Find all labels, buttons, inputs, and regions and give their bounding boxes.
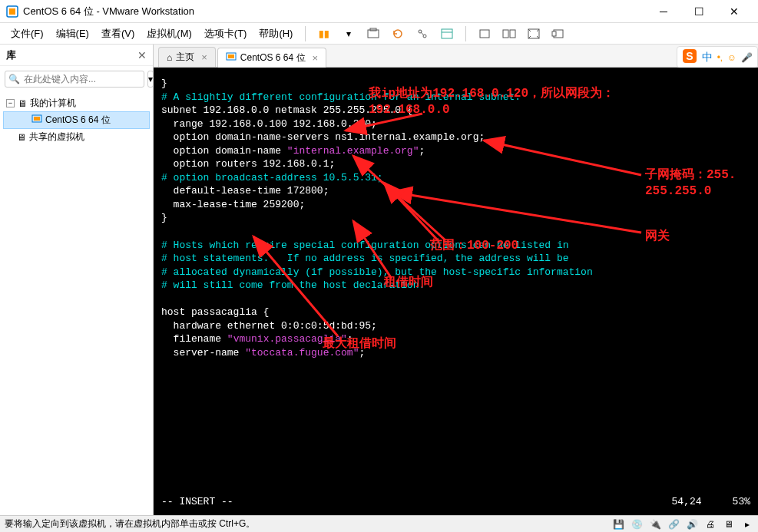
device-printer-icon[interactable]: 🖨 [704,518,717,530]
svg-rect-8 [480,30,489,38]
home-icon: ⌂ [167,52,172,63]
svg-rect-19 [228,55,234,58]
ime-lang[interactable]: 中 [702,51,713,64]
tab-close[interactable]: × [313,52,319,64]
pause-button[interactable]: ▮▮ [313,25,335,43]
ime-mic-icon[interactable]: 🎤 [741,52,753,63]
menu-view[interactable]: 查看(V) [97,24,139,44]
statusbar: 要将输入定向到该虚拟机，请在虚拟机内部单击或按 Ctrl+G。 💾 💿 🔌 🔗 … [0,515,758,532]
svg-rect-1 [9,8,15,15]
status-text: 要将输入定向到该虚拟机，请在虚拟机内部单击或按 Ctrl+G。 [5,517,612,530]
titlebar: CentOS 6 64 位 - VMware Workstation ─ ☐ ✕ [0,0,758,23]
device-more-icon[interactable]: ▸ [741,518,753,530]
settings-icon[interactable] [436,25,458,43]
app-icon [6,5,18,18]
device-cd-icon[interactable]: 💿 [631,518,643,530]
terminal-content: } # A slightly different configuration f… [161,77,750,359]
window-title: CentOS 6 64 位 - VMware Workstation [23,5,646,18]
menu-file[interactable]: 文件(F) [6,24,48,44]
vm-icon [226,51,237,64]
device-usb-icon[interactable]: 🔗 [667,518,680,530]
svg-text:S: S [686,50,693,62]
ime-panel: S 中 •‚ ☺ 🎤 [677,46,758,68]
minimize-button[interactable]: ─ [646,0,681,23]
close-button[interactable]: ✕ [717,0,752,23]
tree-shared-label: 共享的虚拟机 [29,131,84,144]
content-area: ⌂ 主页 × CentOS 6 64 位 × } # A slightly di… [154,45,758,515]
device-display-icon[interactable]: 🖥 [723,518,735,530]
ime-logo-icon: S [682,48,697,66]
scroll-percent: 53% [733,495,750,509]
cursor-position: 54,24 [672,495,702,509]
shared-icon: 🖥 [17,132,26,143]
menu-tabs[interactable]: 选项卡(T) [200,24,252,44]
snapshot-icon[interactable] [362,25,384,43]
menu-help[interactable]: 帮助(H) [254,24,297,44]
multi-window-icon[interactable] [498,25,520,43]
svg-rect-17 [34,117,40,121]
tab-vm-label: CentOS 6 64 位 [240,51,306,64]
library-sidebar: 库 ✕ 🔍 ▾ − 🖥 我的计算机 CentOS 6 64 位 🖥 共享的虚拟机 [0,45,154,515]
svg-rect-10 [510,30,515,38]
terminal-statusline: -- INSERT -- 54,24 53% [161,495,750,509]
svg-rect-13 [552,31,556,36]
device-disk-icon[interactable]: 💾 [612,518,624,530]
search-input[interactable] [5,71,144,88]
manage-snapshots-icon[interactable] [412,25,433,43]
maximize-button[interactable]: ☐ [681,0,717,23]
computer-icon: 🖥 [18,98,27,109]
revert-icon[interactable] [387,25,409,43]
fullscreen-icon[interactable] [523,25,545,43]
tree-shared[interactable]: 🖥 共享的虚拟机 [3,129,150,145]
vm-icon [31,114,42,127]
ime-punct-icon[interactable]: •‚ [717,52,723,63]
device-network-icon[interactable]: 🔌 [649,518,661,530]
single-window-icon[interactable] [474,25,495,43]
collapse-icon[interactable]: − [6,99,15,107]
library-tree: − 🖥 我的计算机 CentOS 6 64 位 🖥 共享的虚拟机 [0,92,153,515]
sidebar-title: 库 [6,48,137,62]
unity-icon[interactable] [548,25,569,43]
menu-vm[interactable]: 虚拟机(M) [142,24,197,44]
svg-rect-9 [503,30,508,38]
search-dropdown[interactable]: ▾ [147,71,154,88]
search-icon: 🔍 [8,74,20,84]
window-controls: ─ ☐ ✕ [646,0,752,23]
tabs-row: ⌂ 主页 × CentOS 6 64 位 × [154,45,758,68]
vim-mode: -- INSERT -- [161,495,233,509]
tab-vm[interactable]: CentOS 6 64 位 × [217,48,326,68]
tab-close[interactable]: × [201,51,207,63]
sidebar-close-button[interactable]: ✕ [137,49,147,61]
tree-root[interactable]: − 🖥 我的计算机 [3,95,150,111]
tab-home-label: 主页 [176,51,194,64]
separator [465,26,466,41]
tree-vm-label: CentOS 6 64 位 [45,114,111,127]
menubar: 文件(F) 编辑(E) 查看(V) 虚拟机(M) 选项卡(T) 帮助(H) ▮▮… [0,23,758,45]
separator [305,26,306,41]
tree-vm-item[interactable]: CentOS 6 64 位 [3,111,150,129]
ime-face-icon[interactable]: ☺ [727,52,736,63]
menu-edit[interactable]: 编辑(E) [51,24,94,44]
device-sound-icon[interactable]: 🔊 [686,518,698,530]
terminal[interactable]: } # A slightly different configuration f… [154,68,758,515]
toolbar-dropdown[interactable]: ▾ [338,25,359,43]
svg-rect-7 [442,29,452,38]
tab-home[interactable]: ⌂ 主页 × [158,47,216,67]
tree-root-label: 我的计算机 [30,97,76,110]
